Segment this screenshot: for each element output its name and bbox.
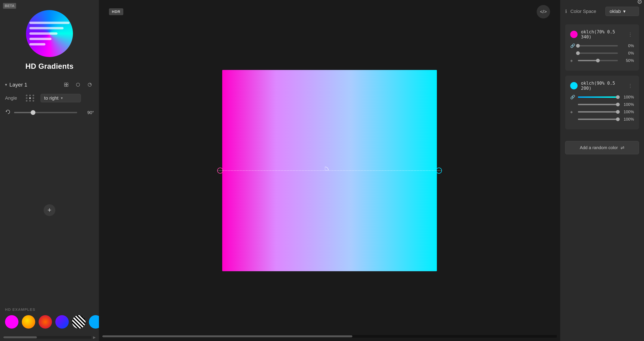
link-icon-2b: 🔗 <box>570 102 575 107</box>
color1-slider-2-thumb[interactable] <box>576 51 580 55</box>
code-icon: </> <box>540 9 547 14</box>
svg-rect-2 <box>64 85 66 86</box>
rotation-slider-thumb[interactable] <box>31 110 36 115</box>
examples-row <box>5 315 94 328</box>
angle-dropdown-arrow-icon: ▾ <box>61 96 63 100</box>
opacity-icon-1: ◈ <box>570 58 575 62</box>
example-swatch-red[interactable] <box>38 315 52 328</box>
color2-slider-2-thumb[interactable] <box>616 103 620 106</box>
svg-rect-0 <box>64 83 66 84</box>
app-title: HD Gradients <box>25 62 74 70</box>
color2-slider-2-fill <box>578 104 618 105</box>
color1-opacity-thumb[interactable] <box>596 59 600 62</box>
main-scrollbar-thumb <box>102 335 352 337</box>
rotation-slider[interactable] <box>14 112 77 113</box>
layer-section: ▾ Layer 1 <box>0 77 99 123</box>
color1-slider-2-value: 0% <box>620 51 634 56</box>
color2-opacity-thumb-1[interactable] <box>616 110 620 114</box>
logo-stripe-4 <box>29 38 52 40</box>
app-logo <box>26 10 73 57</box>
angle-dropdown[interactable]: to right ▾ <box>40 94 81 102</box>
svg-rect-1 <box>66 83 68 84</box>
logo-stripe-3 <box>29 32 58 35</box>
angle-row: Angle to right ▾ <box>5 94 94 102</box>
color1-opacity-value: 50% <box>620 58 634 63</box>
gradient-handle-left[interactable] <box>217 168 223 174</box>
color-menu-btn-2[interactable]: ⋮ <box>626 82 634 89</box>
color2-opacity-row-2: ◈ 100% <box>570 117 634 122</box>
gradient-handle-right[interactable] <box>436 168 442 174</box>
dot-8 <box>29 100 31 102</box>
color1-slider-1[interactable] <box>578 45 618 46</box>
example-swatch-blue[interactable] <box>55 315 69 328</box>
color-swatch-2[interactable] <box>570 82 578 90</box>
hd-examples-label: HD EXAMPLES <box>5 308 94 312</box>
add-random-label: Add a random color <box>580 145 618 150</box>
dot-2 <box>29 94 31 96</box>
svg-point-4 <box>76 83 80 86</box>
angle-dots-grid[interactable] <box>26 94 35 102</box>
color-space-dropdown[interactable]: oklab ▾ <box>606 7 639 16</box>
color2-opacity-slider-2[interactable] <box>578 118 618 120</box>
angle-value: to right <box>44 96 58 101</box>
color2-slider-2-value: 100% <box>620 102 634 107</box>
color2-slider-1-thumb[interactable] <box>616 95 620 99</box>
color-menu-btn-1[interactable]: ⋮ <box>626 31 634 38</box>
color1-opacity-row: ◈ 50% <box>570 58 634 63</box>
dot-5 <box>29 97 31 99</box>
color1-slider-2[interactable] <box>578 52 618 54</box>
color1-slider-1-thumb[interactable] <box>576 44 580 48</box>
add-random-color-button[interactable]: Add a random color ⇌ <box>565 141 639 154</box>
color2-opacity-slider-1[interactable] <box>578 111 618 112</box>
code-toggle-button[interactable]: </> <box>537 5 550 18</box>
color2-slider-1-fill <box>578 96 618 98</box>
beta-badge: BETA <box>3 3 16 9</box>
color1-slider-row-1: 🔗 0% <box>570 44 634 48</box>
color-swatch-1[interactable] <box>570 31 578 38</box>
link-icon-2a: 🔗 <box>570 95 575 100</box>
rotation-icon <box>5 109 11 116</box>
color-label-1: oklch(70% 0.5 340) <box>581 29 623 40</box>
dot-4 <box>26 97 28 99</box>
layer-icons <box>62 80 94 89</box>
color-card-2-header: oklch(90% 0.5 200) ⋮ <box>570 81 634 91</box>
link-icon-1b: 🔗 <box>570 51 575 56</box>
layer-header: ▾ Layer 1 <box>5 80 94 89</box>
sidebar-scrollbar[interactable] <box>3 336 92 339</box>
color-space-row: ℹ Color Space oklab ▾ <box>565 7 639 16</box>
main-scrollbar[interactable] <box>102 335 557 338</box>
layer-name: Layer 1 <box>10 82 27 88</box>
sidebar: BETA HD Gradients ▾ Layer 1 <box>0 0 99 341</box>
main-canvas-area: HDR </> <box>99 0 560 341</box>
color-label-2: oklch(90% 0.5 200) <box>581 81 623 91</box>
logo-stripes <box>26 10 73 57</box>
shuffle-icon: ⇌ <box>620 145 624 150</box>
layer-circle-icon-btn[interactable] <box>74 80 82 89</box>
example-swatch-magenta[interactable] <box>5 315 18 328</box>
add-layer-button[interactable]: + <box>44 204 55 216</box>
sidebar-scroll-right-icon[interactable]: ▶ <box>93 335 96 339</box>
color2-opacity-row-1: ◈ 100% <box>570 110 634 114</box>
example-swatch-orange[interactable] <box>22 315 35 328</box>
color2-slider-1[interactable] <box>578 96 618 98</box>
color1-opacity-slider[interactable] <box>578 60 618 61</box>
color-space-dropdown-arrow-icon: ▾ <box>623 8 626 14</box>
color2-opacity-thumb-2[interactable] <box>616 118 620 121</box>
logo-stripe-5 <box>29 43 46 46</box>
layer-collapse-icon[interactable]: ▾ <box>5 82 7 87</box>
opacity-icon-2a: ◈ <box>570 110 575 114</box>
example-swatch-striped[interactable] <box>72 315 86 328</box>
svg-rect-3 <box>66 85 68 86</box>
color-space-label: Color Space <box>570 9 602 14</box>
logo-stripe-2 <box>29 27 64 29</box>
info-icon: ℹ <box>565 8 567 14</box>
settings-button[interactable]: ⚙ <box>637 0 642 5</box>
layer-pie-icon-btn[interactable] <box>86 80 94 89</box>
layer-grid-icon-btn[interactable] <box>62 80 70 89</box>
color2-slider-2[interactable] <box>578 104 618 105</box>
dot-3 <box>32 94 34 96</box>
link-icon-1a: 🔗 <box>570 44 575 48</box>
layer-title-row: ▾ Layer 1 <box>5 82 27 88</box>
color1-slider-1-value: 0% <box>620 44 634 48</box>
rotation-slider-fill <box>14 112 33 113</box>
